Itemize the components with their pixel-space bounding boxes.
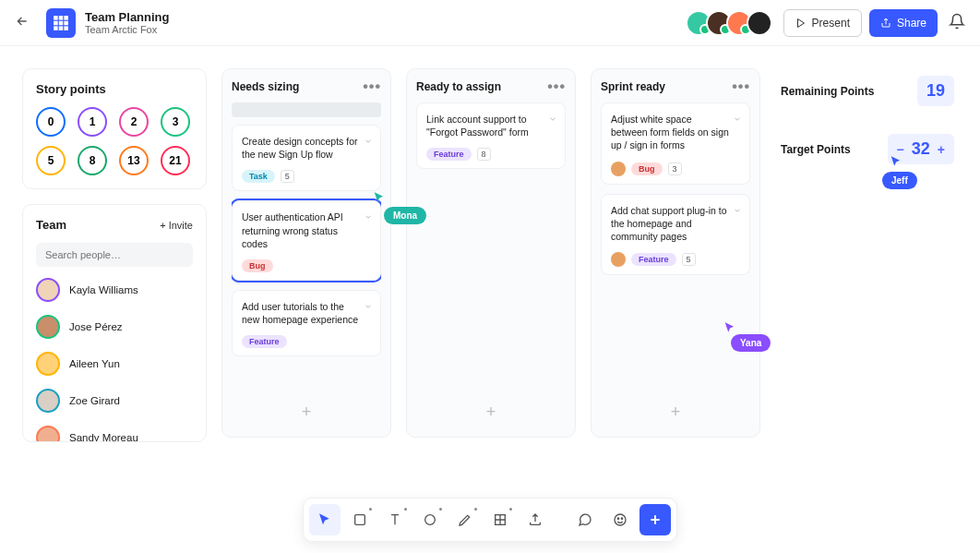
- story-point-1[interactable]: 1: [78, 107, 107, 137]
- tool-add[interactable]: [639, 504, 671, 535]
- team-member[interactable]: Sandy Moreau: [36, 426, 193, 442]
- present-label: Present: [812, 17, 850, 30]
- tool-comment[interactable]: [569, 504, 601, 535]
- column-title: Needs sizing: [232, 80, 299, 93]
- chevron-down-icon[interactable]: [733, 111, 742, 127]
- card-title: Link account support to "Forgot Password…: [426, 113, 556, 138]
- chevron-down-icon[interactable]: [733, 202, 742, 219]
- present-button[interactable]: Present: [783, 9, 862, 37]
- cursor-label-yana: Yana: [731, 334, 771, 352]
- team-panel: Team + Invite Kayla WilliamsJose PérezAi…: [22, 204, 207, 442]
- presence-avatar[interactable]: [747, 10, 772, 36]
- type-pill: Bug: [631, 162, 663, 175]
- svg-point-11: [425, 515, 436, 525]
- member-name: Aileen Yun: [69, 358, 120, 369]
- board-card[interactable]: Create design concepts for the new Sign …: [232, 125, 381, 191]
- cursor-label-mona: Mona: [384, 207, 426, 224]
- invite-button[interactable]: + Invite: [160, 220, 193, 231]
- board-card[interactable]: Add user tutorials to the new homepage e…: [232, 290, 381, 356]
- avatar: [36, 426, 60, 442]
- column-menu-icon[interactable]: •••: [363, 78, 381, 95]
- story-point-0[interactable]: 0: [36, 107, 66, 137]
- assignee-avatar: [611, 162, 626, 176]
- tool-pen[interactable]: [449, 504, 481, 535]
- team-name: Team Arctic Fox: [85, 24, 170, 35]
- board-column: Needs sizing•••Create design concepts fo…: [221, 68, 391, 438]
- story-points-title: Story points: [36, 82, 193, 96]
- share-button[interactable]: Share: [869, 9, 938, 37]
- member-name: Kayla Williams: [69, 284, 138, 295]
- story-point-3[interactable]: 3: [161, 107, 190, 137]
- chevron-down-icon[interactable]: [548, 111, 557, 127]
- tool-stamp[interactable]: [604, 504, 636, 535]
- team-member[interactable]: Aileen Yun: [36, 352, 193, 376]
- story-point-5[interactable]: 5: [36, 146, 66, 175]
- remaining-points-value: 19: [917, 76, 954, 106]
- type-pill: Bug: [242, 259, 273, 272]
- board-card[interactable]: Link account support to "Forgot Password…: [416, 102, 566, 169]
- tool-upload[interactable]: [520, 504, 551, 535]
- chevron-down-icon[interactable]: [364, 298, 373, 315]
- story-point-13[interactable]: 13: [119, 146, 149, 175]
- chevron-down-icon[interactable]: [364, 209, 373, 225]
- target-decrement[interactable]: −: [897, 142, 904, 157]
- share-label: Share: [897, 17, 926, 30]
- svg-rect-6: [54, 26, 58, 30]
- type-pill: Feature: [242, 335, 287, 348]
- board-card[interactable]: Adjust white space between form fields o…: [601, 102, 750, 185]
- tool-text[interactable]: [379, 504, 411, 535]
- svg-marker-9: [797, 18, 804, 27]
- card-points: 5: [682, 253, 696, 266]
- svg-rect-8: [64, 26, 68, 30]
- svg-rect-10: [355, 515, 365, 525]
- member-name: Sandy Moreau: [69, 432, 138, 442]
- avatar: [36, 315, 60, 339]
- remaining-points-stat: Remaining Points 19: [777, 68, 958, 114]
- back-button[interactable]: [15, 14, 37, 32]
- team-title: Team: [36, 218, 66, 232]
- story-point-8[interactable]: 8: [78, 146, 107, 175]
- target-points-label: Target Points: [781, 143, 851, 156]
- svg-point-13: [615, 514, 626, 525]
- card-title: Adjust white space between form fields o…: [611, 113, 740, 152]
- board-column: Sprint ready•••Adjust white space betwee…: [591, 68, 760, 438]
- column-title: Sprint ready: [601, 80, 665, 93]
- notifications-icon[interactable]: [949, 13, 965, 33]
- board-column: Ready to assign•••Link account support t…: [406, 68, 576, 438]
- avatar: [36, 389, 60, 413]
- add-card-button[interactable]: +: [601, 397, 750, 427]
- card-placeholder: [232, 102, 381, 117]
- svg-rect-2: [64, 16, 68, 20]
- presence-avatars[interactable]: [691, 10, 772, 36]
- chevron-down-icon[interactable]: [364, 133, 373, 150]
- card-points: 3: [668, 162, 682, 175]
- board-card[interactable]: Add chat support plug-in to the homepage…: [601, 194, 750, 276]
- column-menu-icon[interactable]: •••: [547, 78, 566, 95]
- cursor-label-jeff: Jeff: [882, 172, 917, 189]
- svg-rect-3: [54, 20, 58, 25]
- team-member[interactable]: Kayla Williams: [36, 278, 193, 302]
- member-name: Jose Pérez: [69, 321, 123, 332]
- add-card-button[interactable]: +: [232, 397, 381, 427]
- story-point-21[interactable]: 21: [161, 146, 190, 175]
- tool-frame[interactable]: [484, 504, 516, 535]
- avatar: [36, 278, 60, 302]
- member-name: Zoe Girard: [69, 395, 120, 406]
- board-card[interactable]: User authentication API returning wrong …: [232, 200, 381, 281]
- add-card-button[interactable]: +: [416, 397, 566, 427]
- team-member[interactable]: Zoe Girard: [36, 389, 193, 413]
- story-points-panel: Story points 0123581321: [22, 68, 207, 189]
- type-pill: Feature: [631, 253, 676, 266]
- tool-select[interactable]: [309, 504, 341, 535]
- tool-shape[interactable]: [414, 504, 446, 535]
- column-menu-icon[interactable]: •••: [732, 78, 750, 95]
- search-people-input[interactable]: [36, 243, 193, 267]
- type-pill: Feature: [426, 148, 472, 161]
- tool-sticky[interactable]: [344, 504, 376, 535]
- story-point-2[interactable]: 2: [119, 107, 149, 137]
- card-title: Create design concepts for the new Sign …: [242, 135, 371, 161]
- card-points: 5: [281, 170, 294, 183]
- type-pill: Task: [242, 170, 275, 183]
- team-member[interactable]: Jose Pérez: [36, 315, 193, 339]
- target-increment[interactable]: +: [938, 142, 945, 157]
